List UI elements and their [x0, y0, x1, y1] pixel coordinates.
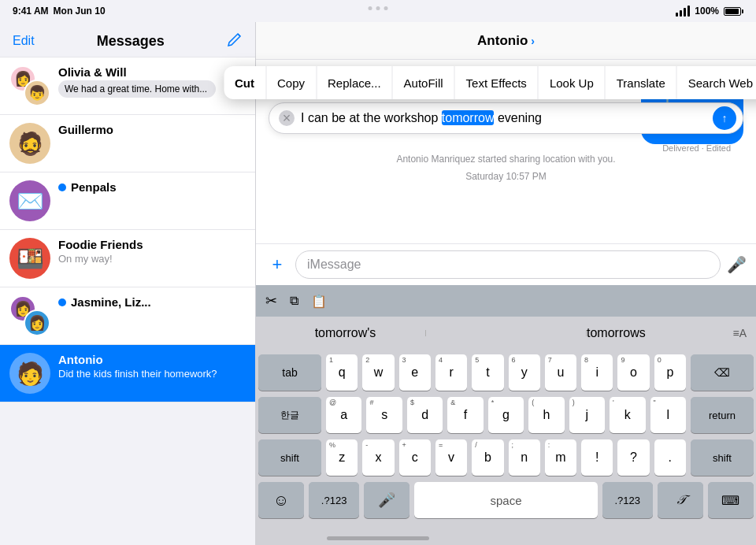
- key-t[interactable]: 5t: [472, 354, 503, 391]
- avatar: 👩 👩: [9, 295, 50, 336]
- copy-icon[interactable]: ⧉: [290, 294, 298, 308]
- mic-key[interactable]: 🎤: [364, 482, 410, 518]
- key-period[interactable]: .: [654, 439, 686, 476]
- key-h[interactable]: (h: [528, 397, 564, 433]
- list-item[interactable]: 👩 👩 Jasmine, Liz...: [0, 287, 255, 345]
- add-attachment-button[interactable]: +: [265, 253, 289, 276]
- compose-button[interactable]: [227, 32, 243, 50]
- key-e[interactable]: 3e: [399, 354, 431, 391]
- list-item[interactable]: 🍱 Foodie Friends On my way!: [0, 230, 255, 287]
- main-layout: Edit Messages 👩 👦 Olivia & Will: [0, 22, 756, 545]
- conversation-content: Guillermo: [58, 123, 246, 138]
- conversation-content: Olivia & Will We had a great time. Home …: [58, 65, 246, 98]
- conversation-name: Olivia & Will: [58, 65, 127, 79]
- key-f[interactable]: &f: [447, 397, 483, 433]
- key-exclaim[interactable]: !: [581, 439, 613, 476]
- key-k[interactable]: 'k: [610, 397, 645, 433]
- key-b[interactable]: /b: [472, 439, 503, 476]
- keyboard-hide-key[interactable]: ⌨: [708, 482, 754, 518]
- list-item[interactable]: 🧔 Guillermo: [0, 115, 255, 172]
- key-s[interactable]: #s: [366, 397, 402, 433]
- shift-right-key[interactable]: shift: [691, 439, 754, 476]
- clear-button[interactable]: ×: [279, 110, 295, 126]
- text-input-bar: × I can be at the workshop tomorrow even…: [269, 102, 743, 134]
- status-time: 9:41 AM: [13, 6, 49, 17]
- conversation-name: Antonio: [58, 353, 103, 366]
- list-item[interactable]: ✉️ Penpals: [0, 172, 255, 230]
- conversation-content: Jasmine, Liz...: [58, 295, 246, 310]
- list-item[interactable]: 🧑 Antonio Did the kids finish their home…: [0, 345, 255, 402]
- imessage-placeholder: iMessage: [307, 258, 361, 272]
- key-i[interactable]: 8i: [581, 354, 613, 391]
- chat-area: Antonio › 📍 Requested Antonio's Location…: [256, 22, 756, 545]
- key-q[interactable]: 1q: [326, 354, 358, 391]
- format-icon[interactable]: ≡A: [732, 327, 747, 339]
- conversation-preview: On my way!: [58, 253, 232, 265]
- chevron-icon: ›: [531, 35, 535, 47]
- mic-button[interactable]: 🎤: [727, 255, 747, 274]
- key-p[interactable]: 0p: [654, 354, 686, 391]
- message-input[interactable]: iMessage: [295, 250, 721, 279]
- autocomplete-left[interactable]: tomorrow's: [265, 323, 425, 343]
- scissors-icon[interactable]: ✂: [265, 292, 277, 310]
- key-u[interactable]: 7u: [545, 354, 576, 391]
- top-dot: [376, 6, 380, 10]
- key-question[interactable]: ?: [617, 439, 649, 476]
- space-key[interactable]: space: [414, 482, 598, 518]
- context-menu-copy[interactable]: Copy: [266, 66, 317, 99]
- context-menu-translate[interactable]: Translate: [606, 66, 677, 99]
- key-d[interactable]: $d: [407, 397, 443, 433]
- key-c[interactable]: +c: [399, 439, 431, 476]
- send-button[interactable]: ↑: [713, 106, 736, 130]
- context-menu: Cut Copy Replace... AutoFill Text Effect…: [224, 66, 756, 99]
- paste-icon[interactable]: 📋: [311, 294, 327, 309]
- key-j[interactable]: )j: [569, 397, 605, 433]
- autocomplete-right: tomorrows ≡A: [587, 323, 747, 343]
- text-selection: tomorrow: [442, 110, 495, 125]
- key-r[interactable]: 4r: [435, 354, 467, 391]
- chat-contact-name[interactable]: Antonio ›: [477, 33, 535, 49]
- key-w[interactable]: 2w: [362, 354, 394, 391]
- timestamp: Saturday 10:57 PM: [269, 171, 743, 182]
- delete-key[interactable]: ⌫: [691, 354, 754, 391]
- conversation-content: Penpals: [58, 180, 246, 195]
- edit-button[interactable]: Edit: [13, 34, 35, 48]
- conversation-name: Foodie Friends: [58, 238, 143, 251]
- list-item[interactable]: 👩 👦 Olivia & Will We had a great time. H…: [0, 57, 255, 115]
- context-menu-replace[interactable]: Replace...: [317, 66, 393, 99]
- num-key-right[interactable]: .?123: [602, 482, 653, 518]
- status-date: Mon Jun 10: [54, 6, 106, 17]
- wifi-icon: [676, 6, 690, 17]
- return-key[interactable]: return: [691, 397, 754, 433]
- key-a[interactable]: @a: [326, 397, 361, 433]
- autocomplete-center[interactable]: [425, 330, 587, 336]
- script-key[interactable]: 𝒯: [658, 482, 703, 518]
- sidebar-title: Messages: [97, 33, 165, 50]
- key-x[interactable]: -x: [362, 439, 394, 476]
- key-n[interactable]: ;n: [509, 439, 540, 476]
- hangul-key[interactable]: 한글: [258, 397, 321, 433]
- conversation-preview: Did the kids finish their homework?: [58, 368, 232, 380]
- shift-left-key[interactable]: shift: [258, 439, 321, 476]
- message-text-content[interactable]: I can be at the workshop tomorrow evenin…: [301, 111, 713, 125]
- key-m[interactable]: :m: [545, 439, 576, 476]
- key-l[interactable]: "l: [650, 397, 686, 433]
- key-z[interactable]: %z: [326, 439, 358, 476]
- context-menu-text-effects[interactable]: Text Effects: [455, 66, 539, 99]
- num-key-left[interactable]: .?123: [309, 482, 359, 518]
- emoji-key[interactable]: ☺: [258, 482, 304, 518]
- context-menu-autofill[interactable]: AutoFill: [393, 66, 455, 99]
- status-right: 100%: [676, 6, 743, 17]
- avatar: 🧔: [9, 123, 50, 164]
- key-g[interactable]: *g: [488, 397, 524, 433]
- status-left: 9:41 AM Mon Jun 10: [13, 6, 106, 17]
- tab-key[interactable]: tab: [258, 354, 321, 391]
- key-o[interactable]: 9o: [617, 354, 649, 391]
- context-menu-cut[interactable]: Cut: [224, 66, 266, 99]
- context-menu-search-web[interactable]: Search Web: [677, 66, 756, 99]
- key-y[interactable]: 6y: [509, 354, 540, 391]
- context-menu-look-up[interactable]: Look Up: [539, 66, 606, 99]
- avatar: 👩 👦: [9, 65, 50, 106]
- key-v[interactable]: =v: [435, 439, 467, 476]
- autocomplete-right-text[interactable]: tomorrows: [587, 326, 646, 340]
